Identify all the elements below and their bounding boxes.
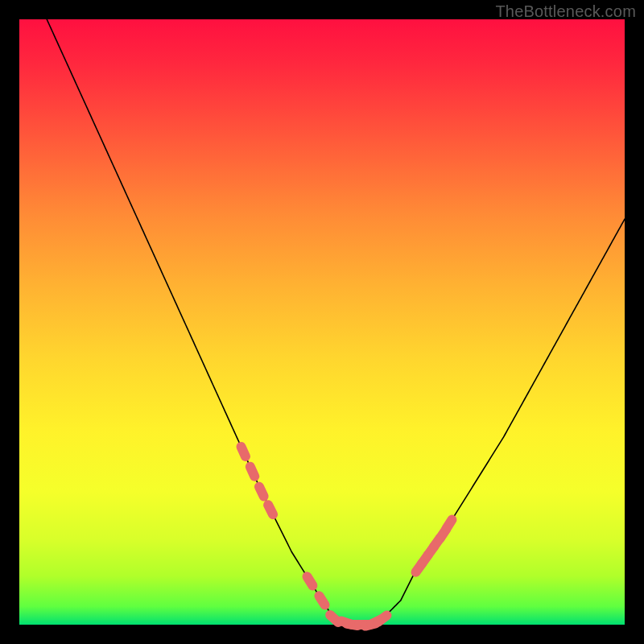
curve-marker — [242, 447, 246, 456]
curve-marker — [259, 487, 264, 497]
chart-frame: TheBottleneck.com — [0, 0, 644, 644]
curve-marker — [307, 576, 312, 585]
curve-marker — [446, 520, 452, 529]
curve-marker — [250, 467, 254, 477]
plot-area — [19, 19, 625, 625]
bottleneck-curve — [19, 0, 625, 625]
marker-group — [242, 447, 452, 626]
curve-marker — [268, 505, 273, 514]
watermark-text: TheBottleneck.com — [495, 2, 636, 21]
bottleneck-curve-svg — [19, 19, 625, 625]
curve-marker — [319, 596, 324, 605]
curve-marker — [378, 616, 387, 622]
